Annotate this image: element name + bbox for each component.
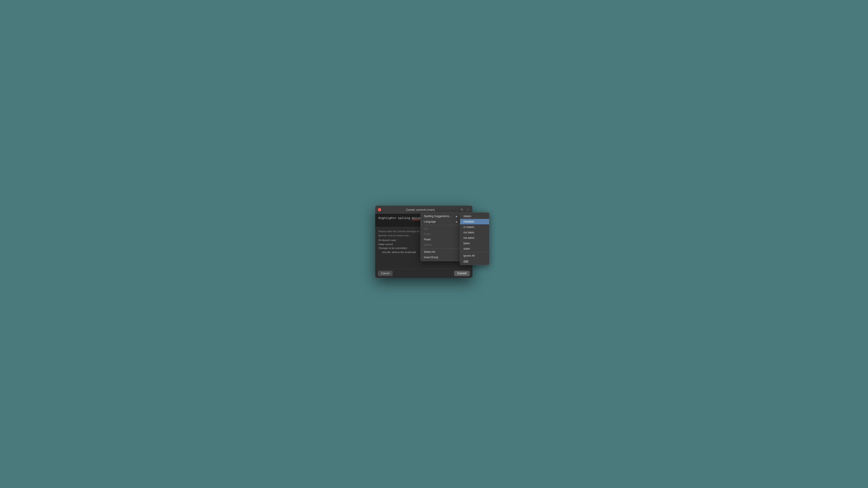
menu-item-paste[interactable]: Paste xyxy=(421,237,461,242)
spelling-item-add[interactable]: Add xyxy=(460,258,489,264)
expand-icon[interactable]: ⤢ xyxy=(466,207,470,212)
dialog-title: Comet: commit (main) xyxy=(381,208,460,212)
gear-icon[interactable]: ⚙ xyxy=(460,207,464,212)
spelling-item-ignore-all[interactable]: Ignore All xyxy=(460,253,489,258)
spelling-item-mistakes[interactable]: mistakes xyxy=(460,219,489,224)
titlebar-left: × xyxy=(378,208,381,211)
spelling-item-takes[interactable]: takes xyxy=(460,240,489,246)
menu-item-copy: Copy xyxy=(421,231,461,237)
spelling-item-ms-takes[interactable]: ms takes xyxy=(460,230,489,235)
context-menu-wrapper: Spelling Suggestions... ▶ Language ▶ Cut… xyxy=(421,213,461,261)
cancel-button[interactable]: Cancel xyxy=(378,271,393,276)
spelling-item-m-stakes[interactable]: m stakes xyxy=(460,224,489,230)
menu-item-select-all[interactable]: Select All xyxy=(421,249,461,255)
menu-item-insert-emoji[interactable]: Insert Emoji xyxy=(421,255,461,260)
spelling-item-stakes[interactable]: stakes xyxy=(460,214,489,219)
titlebar-actions: ⚙ ⤢ xyxy=(460,207,470,212)
commit-prefix: Highlights xyxy=(378,217,398,220)
menu-item-spelling-suggestions[interactable]: Spelling Suggestions... ▶ xyxy=(421,214,461,219)
menu-divider-1 xyxy=(421,225,461,225)
dialog-footer: Cancel Commit xyxy=(375,269,472,278)
context-menu-spelling: stakes mistakes m stakes ms takes ms-tak… xyxy=(460,213,489,265)
menu-divider-2 xyxy=(421,248,461,249)
commit-button[interactable]: Commit xyxy=(454,271,470,276)
spelling-item-ms-takes-hyphen[interactable]: ms-takes xyxy=(460,235,489,240)
menu-item-cut: Cut xyxy=(421,226,461,231)
context-menu-main: Spelling Suggestions... ▶ Language ▶ Cut… xyxy=(421,213,461,261)
close-button[interactable]: × xyxy=(378,208,381,211)
menu-item-language[interactable]: Language ▶ xyxy=(421,219,461,224)
spelling-item-stake[interactable]: stake xyxy=(460,246,489,252)
menu-item-delete: Delete xyxy=(421,242,461,248)
submenu-arrow-spelling: ▶ xyxy=(456,215,458,218)
misspelled-word-1-text: splling xyxy=(398,217,410,220)
submenu-arrow-language: ▶ xyxy=(456,221,458,223)
